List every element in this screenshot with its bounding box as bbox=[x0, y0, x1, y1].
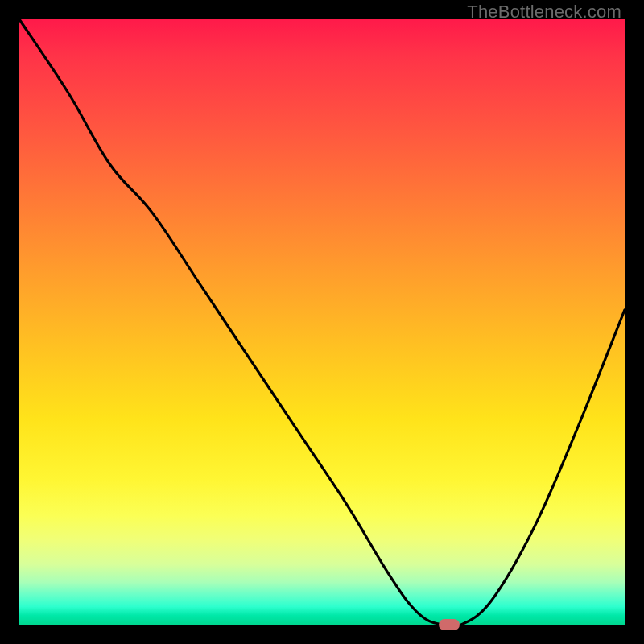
chart-frame: TheBottleneck.com bbox=[0, 0, 644, 644]
bottleneck-curve bbox=[19, 19, 625, 625]
optimal-marker bbox=[439, 619, 460, 630]
plot-area bbox=[19, 19, 625, 625]
